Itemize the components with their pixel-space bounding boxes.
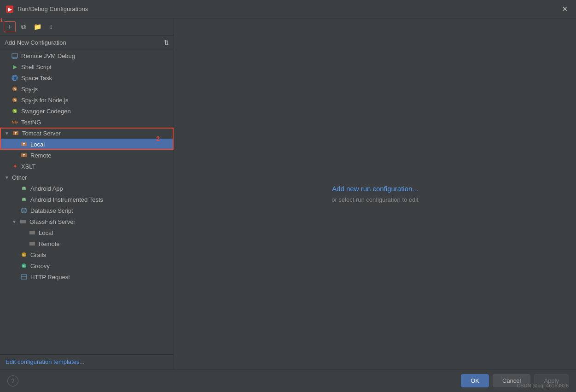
title-bar-left: ▶ Run/Debug Configurations xyxy=(6,5,88,13)
right-panel: Add new run configuration... or select r… xyxy=(174,18,576,369)
run-debug-configurations-dialog: ▶ Run/Debug Configurations ✕ + 1 ⧉ xyxy=(0,0,576,392)
svg-rect-27 xyxy=(29,231,35,234)
svg-point-6 xyxy=(12,75,17,81)
glassfish-remote-label: Remote xyxy=(39,240,60,247)
svg-text:T: T xyxy=(23,143,25,146)
svg-point-23 xyxy=(23,199,23,199)
http-request-label: HTTP Request xyxy=(30,274,70,281)
other-label: Other xyxy=(12,174,27,181)
badge-1: 1 xyxy=(0,18,3,23)
add-icon: + xyxy=(8,23,12,30)
svg-point-21 xyxy=(23,187,23,188)
tree-item-spy-js[interactable]: S Spy-js xyxy=(0,83,174,94)
grails-label: Grails xyxy=(30,252,46,258)
tree-item-space-task[interactable]: Space Task xyxy=(0,72,174,83)
svg-rect-28 xyxy=(29,242,35,246)
tree-item-android-app[interactable]: Android App xyxy=(0,183,174,194)
help-button[interactable]: ? xyxy=(7,375,18,386)
tree-item-glassfish-local[interactable]: Local xyxy=(0,227,174,238)
svg-text:S: S xyxy=(14,88,16,91)
sort-button[interactable]: ↕ xyxy=(45,21,57,32)
android-instrumented-icon xyxy=(20,196,28,203)
svg-text:G: G xyxy=(23,253,25,257)
tree-item-testng[interactable]: NG TestNG xyxy=(0,117,174,128)
main-content: + 1 ⧉ 📁 ↕ Add New Configuration xyxy=(0,18,576,369)
tree-item-http-request[interactable]: HTTP Request xyxy=(0,271,174,282)
remote-jvm-label: Remote JVM Debug xyxy=(21,53,75,59)
http-request-icon xyxy=(20,273,28,281)
watermark-text: CSDN @qq_46163926 xyxy=(517,383,569,388)
configuration-tree: Add New Configuration ⇅ Remote JVM Debug… xyxy=(0,35,174,354)
tree-item-tomcat-remote[interactable]: T Remote xyxy=(0,150,174,161)
add-new-run-config-link[interactable]: Add new run configuration... xyxy=(332,185,419,193)
ok-button[interactable]: OK xyxy=(461,374,489,387)
svg-text:S: S xyxy=(14,110,16,113)
shell-script-icon: ▶ xyxy=(11,63,18,70)
toolbar: + 1 ⧉ 📁 ↕ xyxy=(0,18,174,35)
svg-point-8 xyxy=(12,77,17,79)
android-app-icon xyxy=(20,185,28,192)
tree-item-xslt[interactable]: ✦ XSLT xyxy=(0,161,174,172)
add-configuration-button[interactable]: + xyxy=(4,21,16,32)
expand-icon: ⇅ xyxy=(164,39,169,46)
svg-point-7 xyxy=(13,75,16,81)
swagger-label: Swagger Codegen xyxy=(21,108,71,115)
move-to-folder-button[interactable]: 📁 xyxy=(31,21,43,32)
copy-configuration-button[interactable]: ⧉ xyxy=(17,21,29,32)
testng-label: TestNG xyxy=(21,119,41,126)
tree-item-database-script[interactable]: Database Script xyxy=(0,205,174,216)
xslt-label: XSLT xyxy=(21,163,36,170)
tree-item-other-group[interactable]: ▼ Other xyxy=(0,172,174,183)
tree-item-glassfish-group[interactable]: ▼ GlassFish Server xyxy=(0,216,174,227)
tree-item-groovy[interactable]: G Groovy xyxy=(0,260,174,271)
close-button[interactable]: ✕ xyxy=(559,4,570,14)
app-icon: ▶ xyxy=(6,5,14,13)
tomcat-local-label: Local xyxy=(30,141,45,148)
tree-item-swagger[interactable]: S Swagger Codegen xyxy=(0,105,174,117)
space-task-icon xyxy=(11,74,18,82)
swagger-icon: S xyxy=(11,107,18,115)
tomcat-server-label: Tomcat Server xyxy=(22,130,61,137)
groovy-label: Groovy xyxy=(30,263,50,269)
add-new-config-header[interactable]: Add New Configuration ⇅ xyxy=(0,35,174,50)
svg-text:S: S xyxy=(14,99,16,102)
svg-text:T: T xyxy=(23,154,25,157)
database-script-label: Database Script xyxy=(30,207,73,214)
tomcat-remote-icon: T xyxy=(20,152,28,159)
sort-icon: ↕ xyxy=(50,23,53,30)
spy-js-label: Spy-js xyxy=(21,86,38,93)
help-section: ? xyxy=(7,375,457,386)
folder-icon: 📁 xyxy=(34,23,41,30)
empty-state-message: Add new run configuration... or select r… xyxy=(332,185,419,203)
groovy-icon: G xyxy=(20,262,28,269)
glassfish-local-icon xyxy=(29,229,36,236)
glassfish-server-label: GlassFish Server xyxy=(29,218,76,225)
tree-item-remote-jvm[interactable]: Remote JVM Debug xyxy=(0,50,174,61)
database-script-icon xyxy=(20,207,28,214)
xslt-icon: ✦ xyxy=(11,163,18,170)
tree-item-glassfish-remote[interactable]: Remote xyxy=(0,238,174,249)
svg-point-25 xyxy=(22,208,26,210)
left-panel: + 1 ⧉ 📁 ↕ Add New Configuration xyxy=(0,18,174,369)
tree-item-android-instrumented[interactable]: Android Instrumented Tests xyxy=(0,194,174,205)
tomcat-local-icon: T xyxy=(20,140,28,148)
tree-item-grails[interactable]: G Grails xyxy=(0,249,174,260)
edit-templates-link[interactable]: Edit configuration templates... xyxy=(6,358,84,365)
android-instrumented-label: Android Instrumented Tests xyxy=(30,196,103,203)
tree-item-tomcat-local[interactable]: T Local xyxy=(0,139,174,150)
glassfish-local-label: Local xyxy=(39,229,53,236)
android-app-label: Android App xyxy=(30,185,63,192)
copy-icon: ⧉ xyxy=(21,23,26,31)
svg-rect-33 xyxy=(21,275,27,279)
shell-script-label: Shell Script xyxy=(21,64,52,70)
spy-js-node-label: Spy-js for Node.js xyxy=(21,97,69,104)
spy-js-icon: S xyxy=(11,85,18,93)
tree-item-spy-js-node[interactable]: S Spy-js for Node.js xyxy=(0,94,174,105)
glassfish-remote-icon xyxy=(29,240,36,247)
tomcat-server-section: 2 ▼ T Tomcat Server xyxy=(0,128,174,150)
tree-item-shell-script[interactable]: ▶ Shell Script xyxy=(0,61,174,72)
tree-item-tomcat-server-group[interactable]: ▼ T Tomcat Server xyxy=(0,128,174,139)
remote-jvm-icon xyxy=(11,52,18,59)
badge-2: 2 xyxy=(156,135,160,142)
space-task-label: Space Task xyxy=(21,75,52,82)
